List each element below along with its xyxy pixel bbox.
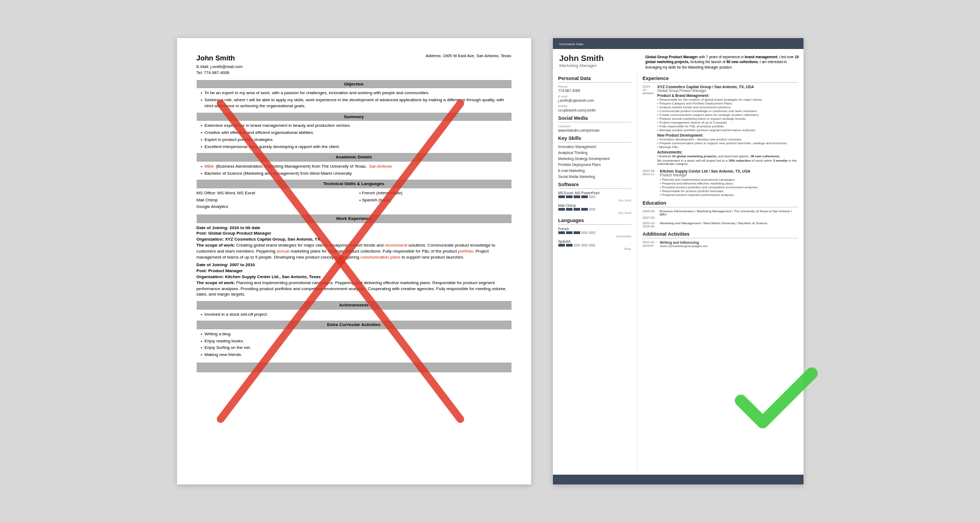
summary-header: Summary — [197, 113, 512, 121]
work-date-2: Date of Joining: 2007 to 2010 — [197, 262, 512, 268]
name-block: John Smith Marketing Manager Global Grou… — [553, 49, 804, 72]
bar-filled — [574, 231, 580, 234]
intro-text: Global Group Product Manager with 7 year… — [641, 53, 804, 70]
additional-title: Additional Activities — [643, 231, 798, 238]
work-org-1: Organization: XYZ Cosmetics Capital Grou… — [197, 237, 512, 243]
objective-bullet-1: To be an expert in my area of work, with… — [197, 90, 512, 96]
right-name: John Smith — [559, 53, 641, 63]
technical-header: Technical Skills & Languages — [197, 180, 512, 188]
social-title: Social Media — [558, 115, 631, 122]
cv-label: Curriculum Vitae — [559, 42, 797, 46]
skill-3: Google Analytics — [197, 204, 349, 210]
software-excel: MS Excel, MS PowerPoint Very Good — [558, 191, 631, 202]
objective-bullet-2: Seeking a role, where I will be able to … — [197, 97, 512, 109]
right-col: Experience 2010-12 - present XYZ Cosmeti… — [637, 72, 804, 475]
work-scope-1: The scope of work: Creating global brand… — [197, 243, 512, 261]
skill-email: E-mail Marketing — [558, 169, 631, 173]
academic-header: Academic Details — [197, 153, 512, 161]
bar-empty — [581, 244, 588, 247]
left-col: Personal Data Phone 774-987-4009 E-mail … — [553, 72, 637, 475]
left-footer-bar — [197, 363, 512, 372]
skill-analytical: Analytical Thinking — [558, 151, 631, 155]
work-block-2: Date of Joining: 2007 to 2010 Post: Prod… — [197, 262, 512, 298]
right-job-title: Marketing Manager — [559, 63, 641, 68]
bar-filled — [581, 208, 588, 211]
languages-title: Languages — [558, 218, 631, 225]
objective-header: Objective — [197, 80, 512, 88]
www-label: WWW — [558, 105, 631, 108]
bar-filled — [574, 208, 580, 211]
linkedin-value: www.linkedin.com/johnutw — [558, 128, 631, 132]
bar-filled — [574, 195, 580, 198]
bar-filled — [566, 208, 573, 211]
skill-1: MS Office: MS Word, MS Excel — [197, 191, 349, 196]
exp-2: 2007-09 - 2010-11 Kitchen Supply Center … — [643, 169, 798, 197]
lang-french: French Intermediate — [558, 227, 631, 238]
extra-1: Writing a blog. — [197, 331, 512, 337]
linkedin-label: LinkedIn — [558, 125, 631, 128]
summary-1: Extensive experience in brand management… — [197, 123, 512, 129]
right-footer — [553, 475, 804, 484]
bar-filled — [558, 231, 565, 234]
summary-4: Excellent interpersonal skills quickly d… — [197, 144, 512, 150]
left-address: Address: 1905 W East Ave, San Antonio, T… — [425, 53, 511, 59]
software-title: Software — [558, 182, 631, 189]
email-value: j.smith@uptowork.com — [558, 99, 631, 102]
exp-1: 2010-12 - present XYZ Cosmetics Capital … — [643, 85, 798, 167]
phone-value: 774-987-4009 — [558, 89, 631, 93]
bar-filled — [566, 244, 573, 247]
bar-empty — [589, 244, 595, 247]
summary-2: Creative with effective and efficient or… — [197, 130, 512, 136]
experience-title: Experience — [643, 76, 798, 83]
lang-1: • French (intermediate) — [360, 191, 512, 196]
work-post-2: Post: Product Manager — [197, 268, 512, 274]
resume-body: Personal Data Phone 774-987-4009 E-mail … — [553, 72, 804, 475]
email-label: E-mail — [558, 95, 631, 98]
bar-empty — [589, 208, 595, 211]
bar-empty — [581, 231, 588, 234]
skill-innovation: Innovation Management — [558, 145, 631, 149]
software-mailchimp: Mail Chimp Very Good — [558, 204, 631, 214]
work-date-1: Date of Joining: 2010 to till date — [197, 225, 512, 231]
achievement-1: Involved in a stock sell-off project. — [197, 312, 512, 318]
work-block-1: Date of Joining: 2010 to till date Post:… — [197, 225, 512, 261]
left-tel: Tel: 774-987-4009 — [197, 70, 243, 76]
bar-filled — [581, 195, 588, 198]
skills-title: Key Skills — [558, 136, 631, 143]
www-value: cv.uptowork.com/j.smith — [558, 108, 631, 112]
name-left: John Smith Marketing Manager — [559, 53, 641, 70]
skills-languages: MS Office: MS Word, MS Excel Mail Chimp … — [197, 191, 512, 212]
left-resume: John Smith E-Mail: j.smith@mail.com Tel:… — [177, 38, 531, 484]
left-name: John Smith — [197, 53, 243, 63]
skill-social: Social Media Marketing — [558, 175, 631, 179]
skill-2: Mail Chimp — [197, 198, 349, 204]
bar-filled — [566, 195, 573, 198]
academic-1: MBA (Business Administration, Marketing … — [197, 164, 512, 170]
edu-2: 2000-10 -2004-05 Marketing and Managemen… — [643, 222, 798, 228]
bar-empty — [574, 244, 580, 247]
bar-filled — [558, 195, 565, 198]
cv-header-bar: Curriculum Vitae — [553, 38, 804, 49]
bar-empty — [589, 195, 595, 198]
phone-label: Phone — [558, 85, 631, 88]
work-scope-2: The scope of work: Planning and implemen… — [197, 280, 512, 298]
work-post-1: Post: Global Group Product Manager — [197, 231, 512, 237]
lang-2: • Spanish (basic) — [360, 198, 512, 204]
right-resume: Curriculum Vitae John Smith Marketing Ma… — [553, 38, 804, 484]
additional-1: 2012-01 -present Writing and Influencing… — [643, 241, 798, 248]
extra-header: Extra Curricular Activities — [197, 321, 512, 329]
extra-3: Enjoy Surfing on the net. — [197, 345, 512, 351]
left-email: E-Mail: j.smith@mail.com — [197, 64, 243, 70]
extra-2: Enjoy reading books. — [197, 339, 512, 345]
skill-marketing: Marketing Strategy Development — [558, 157, 631, 161]
edu-1: 2005-09 -2007-05 Business Administration… — [643, 210, 798, 219]
personal-data-title: Personal Data — [558, 76, 631, 83]
left-resume-wrapper: John Smith E-Mail: j.smith@mail.com Tel:… — [177, 38, 531, 484]
summary-3: Expert in product portfolio strategies. — [197, 137, 512, 143]
bar-empty — [589, 231, 595, 234]
bar-filled — [566, 231, 573, 234]
bar-filled — [558, 208, 565, 211]
extra-4: Making new friends. — [197, 352, 512, 358]
work-org-2: Organization: Kitchen Supply Center Ltd.… — [197, 274, 512, 280]
skill-portfolio: Portfolio Deployment Plans — [558, 163, 631, 167]
